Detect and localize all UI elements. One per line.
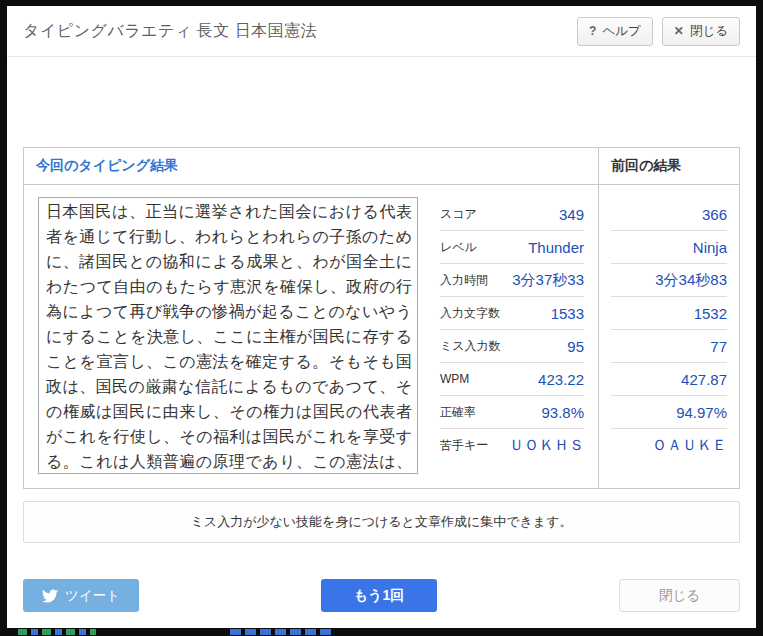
twitter-icon xyxy=(42,588,58,604)
previous-value-chars: 1532 xyxy=(611,297,727,330)
stat-value: 1533 xyxy=(551,305,584,322)
stat-label: WPM xyxy=(440,372,469,386)
stat-label: スコア xyxy=(440,206,477,223)
stat-value: 93.8% xyxy=(541,404,584,421)
page-title: タイピングバラエティ 長文 日本国憲法 xyxy=(23,21,577,42)
stat-value: 95 xyxy=(567,338,584,355)
stat-label: レベル xyxy=(440,239,477,256)
stat-label: 入力文字数 xyxy=(440,305,500,322)
advice-message: ミス入力が少ない技能を身につけると文章作成に集中できます。 xyxy=(23,501,740,543)
previous-value-misses: 77 xyxy=(611,330,727,363)
stat-row-weak-keys: 苦手キー ＵＯＫＨＳ xyxy=(440,429,584,462)
tweet-button[interactable]: ツイート xyxy=(23,579,139,612)
previous-value-level: Ninja xyxy=(611,231,727,264)
help-icon: ? xyxy=(589,24,596,38)
tweet-button-label: ツイート xyxy=(65,587,120,605)
stat-row-misses: ミス入力数 95 xyxy=(440,330,584,363)
current-result-header: 今回のタイピング結果 xyxy=(24,148,598,185)
modal-header: タイピングバラエティ 長文 日本国憲法 ? ヘルプ ✕ 閉じる xyxy=(7,6,756,57)
previous-result-section: 前回の結果 366 Ninja 3分34秒83 1532 77 427.87 9… xyxy=(598,148,739,488)
close-button-label: 閉じる xyxy=(690,23,728,40)
close-icon: ✕ xyxy=(674,24,684,38)
stat-row-wpm: WPM 423.22 xyxy=(440,363,584,396)
previous-value-wpm: 427.87 xyxy=(611,363,727,396)
current-result-section: 今回のタイピング結果 日本国民は、正当に選挙された国会における代表者を通じて行動… xyxy=(24,148,598,488)
previous-value-time: 3分34秒83 xyxy=(611,264,727,297)
previous-value-score: 366 xyxy=(611,198,727,231)
background-page-fragment-center xyxy=(230,629,334,635)
typing-text-display[interactable]: 日本国民は、正当に選挙された国会における代表者を通じて行動し、われらとわれらの子… xyxy=(38,197,418,474)
stat-row-accuracy: 正確率 93.8% xyxy=(440,396,584,429)
stat-label: 入力時間 xyxy=(440,272,488,289)
previous-result-header: 前回の結果 xyxy=(599,148,739,185)
stat-row-score: スコア 349 xyxy=(440,198,584,231)
stat-value: Thunder xyxy=(528,239,584,256)
stat-label: 正確率 xyxy=(440,404,476,421)
stat-row-time: 入力時間 3分37秒33 xyxy=(440,264,584,297)
footer-buttons: ツイート もう1回 閉じる xyxy=(23,579,740,612)
stat-value: ＵＯＫＨＳ xyxy=(509,436,584,455)
previous-value-accuracy: 94.97% xyxy=(611,396,727,429)
previous-value-weak-keys: ＯＡＵＫＥ xyxy=(611,429,727,462)
results-panel: 今回のタイピング結果 日本国民は、正当に選挙された国会における代表者を通じて行動… xyxy=(23,147,740,489)
stat-value: 349 xyxy=(559,206,584,223)
current-result-body: 日本国民は、正当に選挙された国会における代表者を通じて行動し、われらとわれらの子… xyxy=(24,185,598,488)
close-button[interactable]: ✕ 閉じる xyxy=(662,17,740,46)
header-buttons: ? ヘルプ ✕ 閉じる xyxy=(577,17,740,46)
stat-label: ミス入力数 xyxy=(440,338,501,355)
typing-result-modal: タイピングバラエティ 長文 日本国憲法 ? ヘルプ ✕ 閉じる 今回のタイピング… xyxy=(7,6,756,628)
stat-row-chars: 入力文字数 1533 xyxy=(440,297,584,330)
help-button[interactable]: ? ヘルプ xyxy=(577,17,653,46)
help-button-label: ヘルプ xyxy=(602,23,640,40)
previous-result-body: 366 Ninja 3分34秒83 1532 77 427.87 94.97% … xyxy=(599,185,739,462)
stat-row-level: レベル Thunder xyxy=(440,231,584,264)
stat-label: 苦手キー xyxy=(440,437,488,454)
background-page-fragment-left xyxy=(18,629,96,635)
close-bottom-button[interactable]: 閉じる xyxy=(619,579,740,612)
retry-button[interactable]: もう1回 xyxy=(321,579,437,612)
stats-list: スコア 349 レベル Thunder 入力時間 3分37秒33 入力文字数 1… xyxy=(440,197,584,476)
stat-value: 3分37秒33 xyxy=(512,271,584,290)
stat-value: 423.22 xyxy=(538,371,584,388)
